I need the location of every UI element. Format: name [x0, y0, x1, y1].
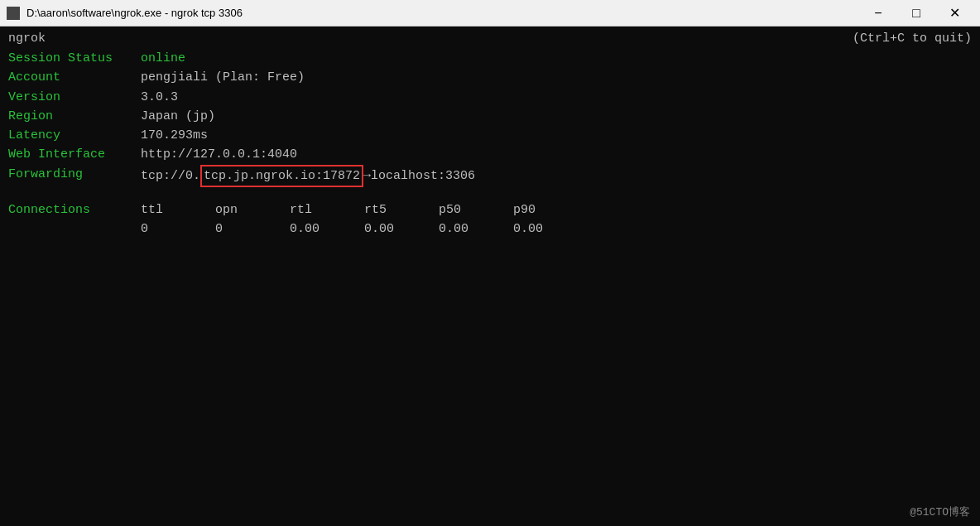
val-p90: 0.00: [513, 220, 555, 239]
forwarding-arrow: →: [363, 166, 371, 186]
forwarding-value: tcp://0.tcp.jp.ngrok.io:17872 → localhos…: [141, 165, 475, 187]
minimize-button[interactable]: −: [859, 0, 897, 27]
maximize-button[interactable]: □: [897, 0, 935, 27]
latency-label: Latency: [8, 126, 141, 145]
forwarding-label: Forwarding: [8, 165, 141, 187]
col-rt5: rt5: [364, 200, 406, 220]
window-icon: [7, 7, 20, 20]
latency-row: Latency 170.293ms: [8, 126, 972, 145]
latency-value: 170.293ms: [141, 126, 208, 145]
terminal: ngrok (Ctrl+C to quit) Session Status on…: [0, 27, 980, 526]
val-ttl: 0: [141, 220, 182, 239]
terminal-header: ngrok (Ctrl+C to quit): [8, 31, 972, 46]
web-interface-value: http://127.0.0.1:4040: [141, 145, 297, 164]
val-p50: 0.00: [439, 220, 480, 239]
account-label: Account: [8, 68, 141, 87]
col-p50: p50: [439, 200, 480, 220]
connections-cols-row: Connections ttl opn rtl rt5 p50 p90: [8, 200, 972, 220]
col-p90: p90: [513, 200, 555, 220]
region-label: Region: [8, 107, 141, 126]
forwarding-highlight: tcp.jp.ngrok.io:17872: [200, 165, 363, 187]
connections-section: Connections ttl opn rtl rt5 p50 p90 0 0 …: [8, 200, 972, 239]
title-bar-controls: − □ ✕: [859, 0, 973, 27]
val-rtl: 0.00: [290, 220, 331, 239]
watermark: @51CTO博客: [910, 504, 970, 519]
col-ttl: ttl: [141, 200, 182, 220]
col-opn: opn: [215, 200, 257, 220]
val-rt5: 0.00: [364, 220, 406, 239]
forwarding-suffix: localhost:3306: [371, 166, 475, 186]
version-row: Version 3.0.3: [8, 88, 972, 107]
account-value: pengjiali (Plan: Free): [141, 68, 305, 87]
window: D:\aaron\software\ngrok.exe - ngrok tcp …: [0, 0, 980, 526]
region-value: Japan (jp): [141, 107, 215, 126]
session-status-row: Session Status online: [8, 49, 972, 68]
connections-label: Connections: [8, 200, 141, 220]
connections-values: 0 0 0.00 0.00 0.00 0.00: [141, 220, 555, 239]
version-value: 3.0.3: [141, 88, 178, 107]
app-name: ngrok: [8, 31, 46, 46]
connections-columns: ttl opn rtl rt5 p50 p90: [141, 200, 555, 220]
web-interface-label: Web Interface: [8, 145, 141, 164]
account-row: Account pengjiali (Plan: Free): [8, 68, 972, 87]
col-rtl: rtl: [290, 200, 331, 220]
forwarding-prefix: tcp://0.: [141, 166, 200, 186]
session-status-value: online: [141, 49, 185, 68]
connections-values-row: 0 0 0.00 0.00 0.00 0.00: [8, 220, 972, 239]
info-table: Session Status online Account pengjiali …: [8, 49, 972, 187]
forwarding-row: Forwarding tcp://0.tcp.jp.ngrok.io:17872…: [8, 165, 972, 187]
title-bar: D:\aaron\software\ngrok.exe - ngrok tcp …: [0, 0, 980, 27]
connections-values-indent: [8, 220, 141, 239]
val-opn: 0: [215, 220, 257, 239]
title-bar-text: D:\aaron\software\ngrok.exe - ngrok tcp …: [26, 7, 859, 19]
region-row: Region Japan (jp): [8, 107, 972, 126]
web-interface-row: Web Interface http://127.0.0.1:4040: [8, 145, 972, 164]
session-status-label: Session Status: [8, 49, 141, 68]
version-label: Version: [8, 88, 141, 107]
quit-hint: (Ctrl+C to quit): [853, 31, 972, 46]
close-button[interactable]: ✕: [935, 0, 973, 27]
